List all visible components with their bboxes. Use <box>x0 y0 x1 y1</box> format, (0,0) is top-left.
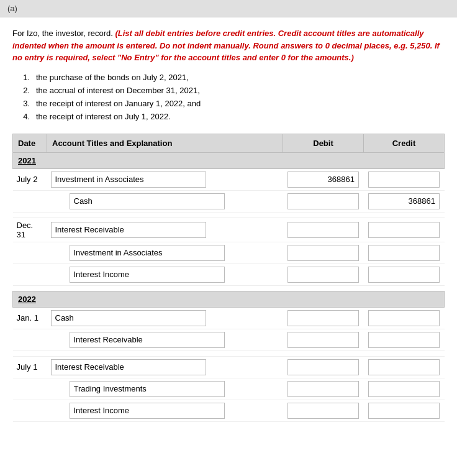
debit-cell <box>283 263 364 285</box>
credit-cell <box>364 307 445 329</box>
section-label-text: (a) <box>7 4 17 13</box>
credit-input-dec31-2[interactable] <box>368 245 440 261</box>
list-item-1: 1. the purchase of the bonds on July 2, … <box>19 73 445 82</box>
credit-input-dec31-1[interactable] <box>368 222 440 238</box>
account-cell <box>47 307 283 329</box>
account-input-dec31-3[interactable] <box>70 267 225 283</box>
credit-cell <box>364 378 445 400</box>
account-input-dec31-1[interactable] <box>51 222 206 238</box>
debit-input-july1-3[interactable] <box>287 403 359 419</box>
date-empty <box>13 190 47 212</box>
list-text-3: the receipt of interest on January 1, 20… <box>36 99 201 108</box>
account-cell <box>47 168 283 190</box>
col-date: Date <box>13 134 47 152</box>
table-row: July 2 <box>13 168 445 190</box>
debit-cell <box>283 168 364 190</box>
year-row-2021: 2021 <box>13 152 445 168</box>
table-row <box>13 329 445 350</box>
col-debit: Debit <box>283 134 364 152</box>
table-row <box>13 378 445 400</box>
credit-input-july1-1[interactable] <box>368 359 440 375</box>
account-input-july2-1[interactable] <box>51 172 206 188</box>
debit-input-july2-2[interactable] <box>287 193 359 209</box>
account-input-july2-2[interactable] <box>70 193 225 209</box>
list-text-4: the receipt of interest on July 1, 2022. <box>36 112 171 121</box>
debit-cell <box>283 190 364 212</box>
credit-input-july2-2[interactable] <box>368 193 440 209</box>
col-account: Account Titles and Explanation <box>47 134 283 152</box>
date-jan1: Jan. 1 <box>13 307 47 329</box>
debit-cell <box>283 307 364 329</box>
table-row: Dec. 31 <box>13 217 445 242</box>
debit-input-dec31-3[interactable] <box>287 267 359 283</box>
debit-input-july1-1[interactable] <box>287 359 359 375</box>
account-cell <box>47 356 283 378</box>
debit-input-july2-1[interactable] <box>287 172 359 188</box>
debit-cell <box>283 400 364 421</box>
list-item-4: 4. the receipt of interest on July 1, 20… <box>19 112 445 121</box>
list-num-3: 3. <box>19 99 30 108</box>
table-row <box>13 190 445 212</box>
account-input-july1-1[interactable] <box>51 359 206 375</box>
debit-input-dec31-1[interactable] <box>287 222 359 238</box>
account-cell-indented <box>47 263 283 285</box>
debit-input-july1-2[interactable] <box>287 381 359 397</box>
account-cell-indented <box>47 378 283 400</box>
debit-cell <box>283 329 364 350</box>
date-july2: July 2 <box>13 168 47 190</box>
account-input-jan1-1[interactable] <box>51 310 206 326</box>
credit-cell <box>364 356 445 378</box>
account-input-dec31-2[interactable] <box>70 245 225 261</box>
list-num-2: 2. <box>19 86 30 95</box>
table-row: Jan. 1 <box>13 307 445 329</box>
date-july1: July 1 <box>13 356 47 378</box>
debit-cell <box>283 378 364 400</box>
account-cell-indented <box>47 400 283 421</box>
date-empty <box>13 400 47 421</box>
journal-table: Date Account Titles and Explanation Debi… <box>12 134 445 422</box>
table-row <box>13 263 445 285</box>
account-cell-indented <box>47 242 283 263</box>
credit-input-jan1-1[interactable] <box>368 310 440 326</box>
date-empty <box>13 242 47 263</box>
credit-input-jan1-2[interactable] <box>368 332 440 348</box>
credit-cell <box>364 263 445 285</box>
debit-cell <box>283 242 364 263</box>
year-row-2022: 2022 <box>13 291 445 307</box>
list-text-1: the purchase of the bonds on July 2, 202… <box>36 73 189 82</box>
account-input-jan1-2[interactable] <box>70 332 225 348</box>
credit-input-july1-2[interactable] <box>368 381 440 397</box>
instruction-block: For Izo, the investor, record. (List all… <box>12 27 445 64</box>
date-empty <box>13 378 47 400</box>
list-num-4: 4. <box>19 112 30 121</box>
date-empty <box>13 329 47 350</box>
account-input-july1-2[interactable] <box>70 381 225 397</box>
credit-input-july2-1[interactable] <box>368 172 440 188</box>
list-text-2: the accrual of interest on December 31, … <box>36 86 200 95</box>
account-cell <box>47 217 283 242</box>
date-dec31: Dec. 31 <box>13 217 47 242</box>
list-num-1: 1. <box>19 73 30 82</box>
date-empty <box>13 263 47 285</box>
credit-cell <box>364 329 445 350</box>
numbered-list: 1. the purchase of the bonds on July 2, … <box>12 73 445 121</box>
account-cell-indented <box>47 190 283 212</box>
debit-input-dec31-2[interactable] <box>287 245 359 261</box>
table-row: July 1 <box>13 356 445 378</box>
table-row <box>13 242 445 263</box>
credit-cell <box>364 242 445 263</box>
col-credit: Credit <box>364 134 445 152</box>
year-label-2021: 2021 <box>13 152 445 168</box>
year-label-2022: 2022 <box>13 291 445 307</box>
debit-input-jan1-1[interactable] <box>287 310 359 326</box>
debit-cell <box>283 217 364 242</box>
instruction-prefix: For Izo, the investor, record. <box>12 29 115 38</box>
credit-cell <box>364 400 445 421</box>
debit-input-jan1-2[interactable] <box>287 332 359 348</box>
credit-input-july1-3[interactable] <box>368 403 440 419</box>
credit-cell <box>364 190 445 212</box>
list-item-3: 3. the receipt of interest on January 1,… <box>19 99 445 108</box>
credit-cell <box>364 217 445 242</box>
account-input-july1-3[interactable] <box>70 403 225 419</box>
credit-input-dec31-3[interactable] <box>368 267 440 283</box>
